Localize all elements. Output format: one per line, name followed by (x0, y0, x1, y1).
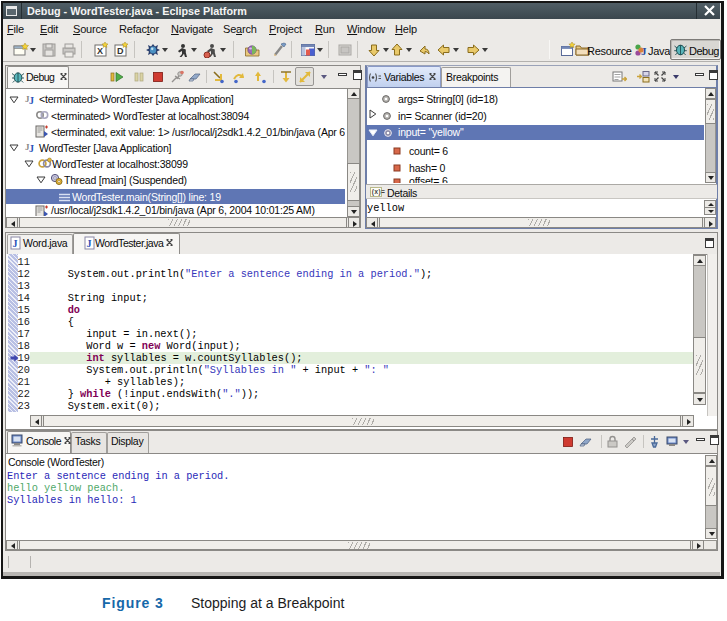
svg-text:J: J (29, 95, 34, 105)
svg-text:J: J (87, 238, 92, 249)
svg-text:J: J (13, 238, 18, 249)
svg-text:J: J (641, 45, 647, 57)
svg-text:J: J (29, 143, 34, 153)
svg-text:X: X (97, 46, 103, 56)
